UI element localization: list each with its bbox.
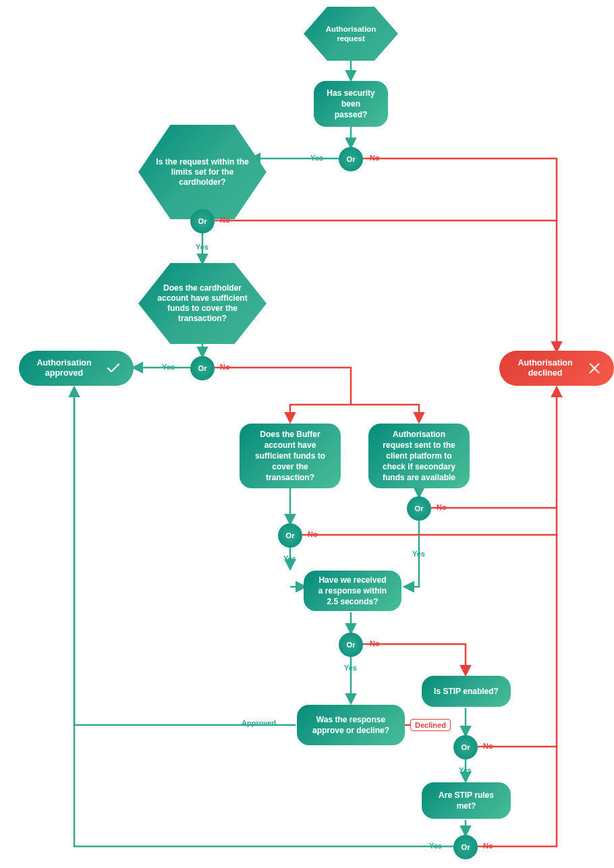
- node-label: Is the request within the limits set for…: [156, 157, 249, 187]
- edge-no: No: [483, 842, 493, 850]
- node-label: Was the response approve or decline?: [309, 714, 393, 736]
- node-approve-or-decline: Was the response approve or decline?: [297, 705, 405, 745]
- node-response25: Have we received a response within 2.5 s…: [304, 571, 401, 611]
- node-funds: Does the cardholder account have suffici…: [138, 263, 267, 344]
- or-label: Or: [347, 641, 356, 649]
- or-label: Or: [462, 743, 470, 751]
- node-label: Has security been passed?: [326, 88, 376, 121]
- edge-yes: Yes: [196, 243, 208, 251]
- or-buffer: Or: [278, 523, 302, 548]
- edge-yes: Yes: [459, 766, 472, 774]
- edge-no: No: [220, 216, 230, 224]
- node-label: Does the cardholder account have suffici…: [156, 283, 249, 324]
- terminal-label: Authorisation approved: [31, 358, 97, 378]
- or-label: Or: [198, 217, 207, 225]
- or-label: Or: [347, 155, 356, 163]
- or-response25: Or: [339, 633, 363, 657]
- edge-approved: Approved: [242, 719, 276, 727]
- edge-no: No: [370, 154, 380, 162]
- terminal-declined: Authorisation declined: [499, 351, 614, 386]
- terminal-approved: Authorisation approved: [19, 351, 134, 386]
- or-stip-enabled: Or: [453, 735, 478, 759]
- edge-yes: Yes: [412, 550, 425, 558]
- edge-no: No: [437, 503, 447, 511]
- edge-no: No: [220, 363, 230, 371]
- edge-yes: Yes: [344, 664, 357, 672]
- or-secondary: Or: [407, 496, 431, 521]
- node-label: Does the Buffer account have sufficient …: [252, 429, 329, 484]
- or-limits: Or: [190, 209, 215, 233]
- edge-yes: Yes: [429, 842, 442, 850]
- node-start: Authorisation request: [304, 7, 398, 61]
- node-buffer: Does the Buffer account have sufficient …: [240, 424, 341, 488]
- or-label: Or: [462, 843, 470, 851]
- check-icon: [105, 360, 121, 376]
- edge-yes: Yes: [162, 363, 175, 371]
- or-stip-rules: Or: [453, 835, 478, 859]
- edge-yes: Yes: [310, 154, 323, 162]
- node-secondary: Authorisation request sent to the client…: [368, 424, 470, 488]
- node-label: Authorisation request sent to the client…: [381, 429, 457, 484]
- node-label: Authorisation request: [316, 24, 386, 44]
- terminal-label: Authorisation declined: [511, 358, 579, 378]
- or-label: Or: [415, 504, 424, 513]
- edge-no: No: [483, 742, 493, 750]
- or-label: Or: [198, 364, 207, 372]
- or-security: Or: [339, 147, 363, 171]
- edge-no: No: [308, 530, 318, 538]
- or-label: Or: [286, 531, 295, 540]
- node-stip-rules: Are STIP rules met?: [422, 782, 511, 819]
- edge-yes: Yes: [283, 554, 296, 562]
- node-stip-enabled: Is STIP enabled?: [422, 676, 511, 707]
- edge-no: No: [370, 639, 380, 647]
- node-label: Have we received a response within 2.5 s…: [316, 575, 389, 608]
- node-label: Are STIP rules met?: [434, 790, 499, 811]
- cross-icon: [587, 361, 602, 376]
- edge-declined: Declined: [410, 719, 451, 731]
- or-funds: Or: [190, 356, 215, 380]
- node-label: Is STIP enabled?: [434, 686, 499, 697]
- node-security: Has security been passed?: [314, 81, 388, 127]
- node-limits: Is the request within the limits set for…: [138, 125, 267, 219]
